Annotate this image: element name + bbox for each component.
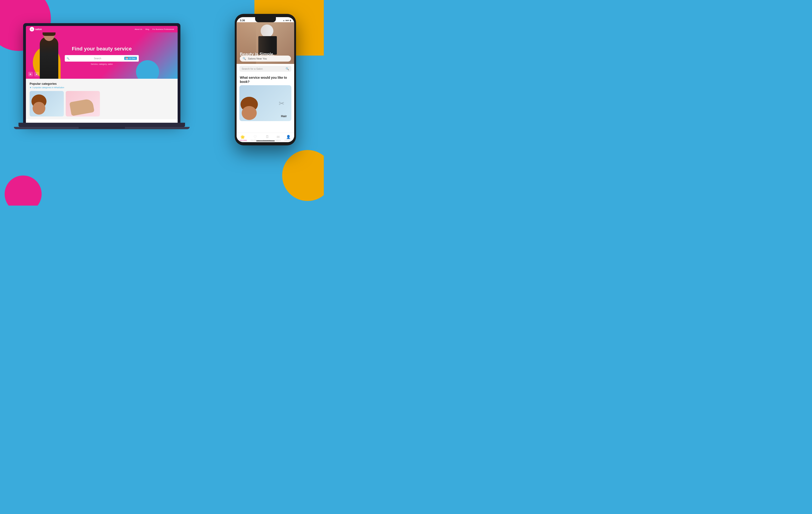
- site-logo: S salon: [30, 27, 42, 31]
- phone-search-overlay: 🔍 Salons Near You: [240, 56, 291, 61]
- hero-subtitle: Service, category, salon: [65, 63, 139, 65]
- service-card-person: [239, 89, 267, 121]
- favorite-icon: ♡: [254, 135, 257, 139]
- hero-search-bar[interactable]: 🔍 Search 📅 12 Dec: [65, 55, 139, 61]
- phone-service-card-hair[interactable]: ✂ Hair: [239, 85, 291, 121]
- status-icons: ▲ WiFi ▮: [283, 20, 291, 22]
- search-icon: 🔍: [67, 57, 69, 60]
- search-input[interactable]: Search: [71, 57, 124, 60]
- phone-section-title: What service would you like to book?: [237, 74, 294, 85]
- nav-item-booking[interactable]: 🗓 BOOKING: [263, 135, 271, 141]
- phone-hero: Beauty is Simple. 🔍 Salons Near You: [237, 22, 294, 64]
- phone-bezel: 3:36 ▲ WiFi ▮ Beauty is Simple.: [235, 14, 296, 145]
- laptop-bottom-bar: [19, 123, 185, 127]
- categories-subtitle-text: 3 popular categories in WhatSalon: [32, 86, 64, 89]
- booking-icon: 🗓: [265, 135, 269, 139]
- search-bar-icon: 🔍: [286, 67, 289, 71]
- phone-screen: 3:36 ▲ WiFi ▮ Beauty is Simple.: [237, 17, 294, 142]
- phone-mockup: 3:36 ▲ WiFi ▮ Beauty is Simple.: [235, 14, 296, 145]
- category-card-hair[interactable]: [30, 91, 64, 116]
- wifi-icon: WiFi: [285, 20, 289, 22]
- status-time: 3:36: [240, 19, 245, 22]
- profile-icon: 👤: [286, 135, 291, 139]
- hero-blue-blob: [136, 60, 159, 79]
- hero-person: [40, 37, 58, 79]
- date-label: 12 Dec: [129, 57, 136, 59]
- explore-label: EXPLORE: [238, 140, 247, 141]
- hero-title: Find your beauty service: [65, 46, 139, 52]
- signal-icon: ▲: [283, 20, 285, 22]
- hero-section: Find your beauty service 🔍 Search 📅 12 D…: [26, 32, 178, 79]
- logo-text: salon: [35, 28, 42, 31]
- categories-section: Popular categories ★ 3 popular categorie…: [26, 79, 178, 119]
- categories-grid: [30, 91, 174, 116]
- inbox-icon: ✉: [277, 135, 280, 139]
- laptop-bezel: S salon About Us Blog For Business Profe…: [23, 23, 180, 123]
- nav-link-about[interactable]: About Us: [135, 28, 142, 30]
- phone-notch: [255, 17, 276, 22]
- phone-body: Search for a Salon 🔍 What service would …: [237, 66, 294, 121]
- profile-label: PROFILE: [285, 140, 292, 141]
- logo-icon: S: [30, 27, 34, 31]
- bg-decoration-pink-bottom-left: [5, 175, 41, 206]
- star-icon: ★: [30, 86, 31, 89]
- nav-link-blog[interactable]: Blog: [145, 28, 149, 30]
- categories-title: Popular categories: [30, 82, 174, 85]
- laptop-base: [14, 127, 190, 129]
- phone-hero-search-pill[interactable]: 🔍 Salons Near You: [240, 56, 291, 61]
- phone-hero-search-text: Salons Near You: [248, 57, 267, 60]
- search-pill-icon: 🔍: [242, 57, 246, 60]
- hero-content: Find your beauty service 🔍 Search 📅 12 D…: [65, 46, 139, 65]
- phone-search-input[interactable]: Search for a Salon: [242, 67, 284, 70]
- battery-icon: ▮: [290, 20, 291, 22]
- nav-item-explore[interactable]: 🌟 EXPLORE: [238, 135, 247, 141]
- app-badges: ▶ ▲: [28, 72, 39, 76]
- date-badge[interactable]: 📅 12 Dec: [124, 57, 137, 60]
- nav-link-business[interactable]: For Business Professional: [152, 28, 174, 30]
- laptop-screen: S salon About Us Blog For Business Profe…: [26, 26, 178, 123]
- service-label: Hair: [281, 114, 287, 118]
- laptop-stand: [79, 127, 125, 129]
- nav-item-favorite[interactable]: ♡ FAVORITE: [251, 135, 260, 141]
- nav-item-profile[interactable]: 👤 PROFILE: [285, 135, 292, 141]
- nav-links: About Us Blog For Business Professional: [135, 28, 174, 30]
- category-card-nails[interactable]: [66, 91, 100, 116]
- play-store-badge[interactable]: ▶: [28, 72, 33, 76]
- bg-decoration-yellow-bottom-right: [282, 150, 324, 201]
- nav-item-inbox[interactable]: ✉ INBOX: [275, 135, 281, 141]
- scissors-icon: ✂: [279, 99, 285, 107]
- home-indicator: [256, 140, 275, 141]
- categories-subtitle: ★ 3 popular categories in WhatSalon: [30, 86, 174, 89]
- calendar-icon: 📅: [125, 57, 128, 59]
- site-navbar: S salon About Us Blog For Business Profe…: [26, 26, 178, 32]
- phone-search-bar[interactable]: Search for a Salon 🔍: [239, 66, 291, 72]
- inbox-label: INBOX: [275, 140, 281, 141]
- nails-image: [69, 99, 95, 116]
- app-store-badge[interactable]: ▲: [34, 72, 39, 76]
- laptop-mockup: S salon About Us Blog For Business Profe…: [23, 23, 180, 129]
- explore-icon: 🌟: [240, 135, 245, 139]
